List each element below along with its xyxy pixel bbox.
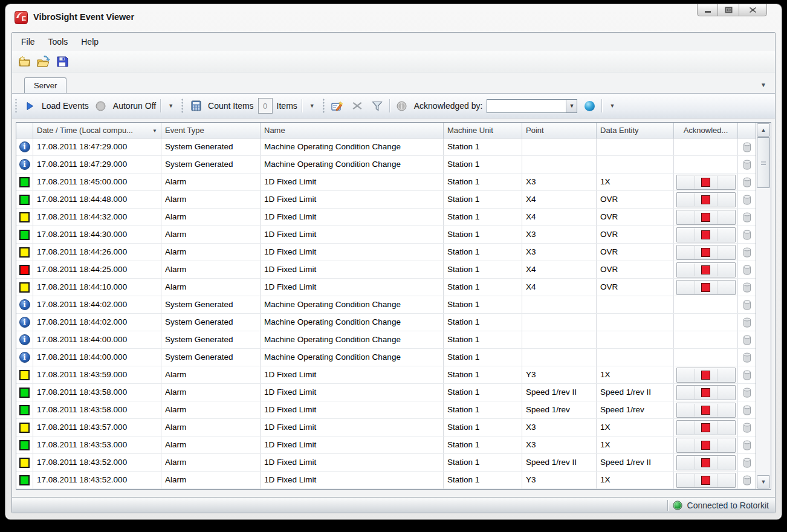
app-icon: E bbox=[15, 11, 28, 24]
cell-datetime: 17.08.2011 18:44:02.000 bbox=[33, 314, 161, 331]
column-header-severity[interactable] bbox=[16, 123, 33, 138]
load-events-button[interactable] bbox=[22, 98, 37, 114]
table-row[interactable]: 17.08.2011 18:44:25.000 Alarm 1D Fixed L… bbox=[16, 261, 756, 279]
table-row[interactable]: 17.08.2011 18:43:59.000 Alarm 1D Fixed L… bbox=[16, 366, 756, 384]
column-header-data[interactable] bbox=[738, 123, 756, 138]
acknowledge-button[interactable] bbox=[676, 262, 736, 277]
acknowledge-button-toolbar[interactable] bbox=[394, 98, 410, 114]
load-events-dropdown-icon[interactable]: ▼ bbox=[165, 100, 177, 111]
table-row[interactable]: 17.08.2011 18:43:57.000 Alarm 1D Fixed L… bbox=[16, 419, 756, 436]
acknowledge-button[interactable] bbox=[676, 420, 736, 435]
cell-event-type: Alarm bbox=[161, 401, 261, 418]
severity-icon bbox=[19, 370, 30, 380]
toolbar-grip[interactable] bbox=[322, 99, 325, 113]
acknowledge-button[interactable] bbox=[676, 245, 736, 260]
cell-name: 1D Fixed Limit bbox=[261, 436, 444, 453]
tab-list-dropdown-icon[interactable]: ▼ bbox=[760, 82, 766, 88]
acknowledge-button[interactable] bbox=[676, 192, 736, 207]
close-button[interactable] bbox=[739, 4, 767, 16]
acknowledge-button[interactable] bbox=[676, 455, 736, 470]
acknowledge-button[interactable] bbox=[676, 227, 736, 242]
table-row[interactable]: 17.08.2011 18:43:52.000 Alarm 1D Fixed L… bbox=[16, 454, 756, 472]
server-sphere-button[interactable] bbox=[581, 98, 597, 114]
cell-point bbox=[522, 331, 597, 348]
table-row[interactable]: 17.08.2011 18:44:48.000 Alarm 1D Fixed L… bbox=[16, 191, 756, 209]
table-row[interactable]: i 17.08.2011 18:44:00.000 System Generat… bbox=[16, 331, 756, 349]
cell-data-entity: OVR bbox=[597, 244, 674, 261]
tab-server[interactable]: Server bbox=[24, 77, 66, 93]
acknowledge-button[interactable] bbox=[676, 403, 736, 418]
scroll-down-button[interactable]: ▼ bbox=[757, 475, 770, 488]
table-row[interactable]: 17.08.2011 18:43:53.000 Alarm 1D Fixed L… bbox=[16, 436, 756, 454]
combobox-dropdown-icon[interactable]: ▼ bbox=[566, 100, 577, 112]
scrollbar-track[interactable] bbox=[756, 188, 771, 475]
table-row[interactable]: 17.08.2011 18:44:32.000 Alarm 1D Fixed L… bbox=[16, 209, 756, 226]
edit-event-button[interactable] bbox=[329, 98, 345, 114]
filter-button[interactable] bbox=[369, 98, 385, 114]
autorun-label[interactable]: Autorun Off bbox=[113, 101, 156, 111]
column-header-event-type[interactable]: Event Type bbox=[161, 123, 261, 138]
minimize-button[interactable] bbox=[697, 4, 718, 16]
autorun-button[interactable] bbox=[93, 98, 109, 114]
toolbar-grip[interactable] bbox=[181, 99, 184, 113]
table-row[interactable]: 17.08.2011 18:43:58.000 Alarm 1D Fixed L… bbox=[16, 401, 756, 419]
cell-machine-unit: Station 1 bbox=[444, 244, 522, 261]
menu-help[interactable]: Help bbox=[74, 34, 105, 49]
save-button[interactable] bbox=[55, 54, 70, 69]
tab-strip: Server ▼ bbox=[12, 73, 775, 93]
cell-event-type: Alarm bbox=[161, 174, 261, 190]
new-file-button[interactable] bbox=[18, 54, 32, 69]
alarm-red-icon bbox=[701, 423, 710, 432]
acknowledge-button[interactable] bbox=[676, 385, 736, 400]
open-file-button[interactable] bbox=[36, 54, 51, 69]
menu-file[interactable]: File bbox=[15, 34, 42, 49]
scroll-up-button[interactable]: ▲ bbox=[757, 123, 770, 137]
column-header-name[interactable]: Name bbox=[261, 123, 444, 138]
event-toolbar: Load Events Autorun Off ▼ bbox=[12, 93, 775, 118]
column-header-acknowledged[interactable]: Acknowled... bbox=[674, 123, 738, 138]
table-row[interactable]: i 17.08.2011 18:44:00.000 System Generat… bbox=[16, 349, 756, 366]
acknowledge-button[interactable] bbox=[676, 438, 736, 453]
acknowledge-button[interactable] bbox=[676, 210, 736, 225]
severity-icon: i bbox=[19, 317, 30, 328]
table-row[interactable]: i 17.08.2011 18:47:29.000 System Generat… bbox=[16, 138, 756, 156]
cell-point: X3 bbox=[522, 174, 597, 190]
toolbar-separator bbox=[389, 99, 390, 112]
count-items-dropdown-icon[interactable]: ▼ bbox=[306, 100, 318, 111]
table-row[interactable]: i 17.08.2011 18:47:29.000 System Generat… bbox=[16, 156, 756, 174]
table-row[interactable]: i 17.08.2011 18:44:02.000 System Generat… bbox=[16, 314, 756, 331]
table-row[interactable]: 17.08.2011 18:44:10.000 Alarm 1D Fixed L… bbox=[16, 279, 756, 296]
column-header-data-entity[interactable]: Data Entity bbox=[597, 123, 674, 138]
acknowledge-button[interactable] bbox=[676, 175, 736, 190]
delete-event-button[interactable] bbox=[349, 98, 365, 114]
maximize-button[interactable] bbox=[718, 4, 739, 16]
scrollbar-thumb[interactable] bbox=[757, 137, 770, 188]
acknowledged-by-value[interactable] bbox=[487, 100, 566, 112]
cell-point: X4 bbox=[522, 261, 597, 278]
cell-data-entity bbox=[597, 156, 674, 173]
table-row[interactable]: i 17.08.2011 18:44:02.000 System Generat… bbox=[16, 296, 756, 314]
load-events-label[interactable]: Load Events bbox=[42, 101, 89, 111]
acknowledge-button[interactable] bbox=[676, 280, 736, 295]
table-row[interactable]: 17.08.2011 18:43:52.000 Alarm 1D Fixed L… bbox=[16, 472, 756, 489]
acknowledge-button[interactable] bbox=[676, 368, 736, 383]
count-items-label[interactable]: Count Items bbox=[208, 101, 253, 111]
table-row[interactable]: 17.08.2011 18:44:30.000 Alarm 1D Fixed L… bbox=[16, 226, 756, 244]
acknowledge-button[interactable] bbox=[676, 473, 736, 488]
cell-point: X3 bbox=[522, 419, 597, 436]
table-row[interactable]: 17.08.2011 18:44:26.000 Alarm 1D Fixed L… bbox=[16, 244, 756, 261]
table-row[interactable]: 17.08.2011 18:43:58.000 Alarm 1D Fixed L… bbox=[16, 384, 756, 401]
cell-datetime: 17.08.2011 18:43:57.000 bbox=[33, 419, 161, 436]
column-header-datetime[interactable]: Date / Time (Local compu... ▼ bbox=[33, 123, 161, 138]
menu-tools[interactable]: Tools bbox=[42, 34, 75, 49]
alarm-red-icon bbox=[701, 230, 710, 239]
acknowledge-dropdown-icon[interactable]: ▼ bbox=[606, 100, 618, 111]
count-items-button[interactable] bbox=[188, 98, 204, 114]
column-header-point[interactable]: Point bbox=[522, 123, 597, 138]
toolbar-grip[interactable] bbox=[15, 99, 18, 113]
alarm-red-icon bbox=[701, 178, 710, 187]
vertical-scrollbar[interactable]: ▲ ▼ bbox=[756, 123, 771, 489]
table-row[interactable]: 17.08.2011 18:45:00.000 Alarm 1D Fixed L… bbox=[16, 174, 756, 191]
acknowledged-by-combobox[interactable]: ▼ bbox=[487, 99, 577, 113]
column-header-machine-unit[interactable]: Machine Unit bbox=[444, 123, 522, 138]
